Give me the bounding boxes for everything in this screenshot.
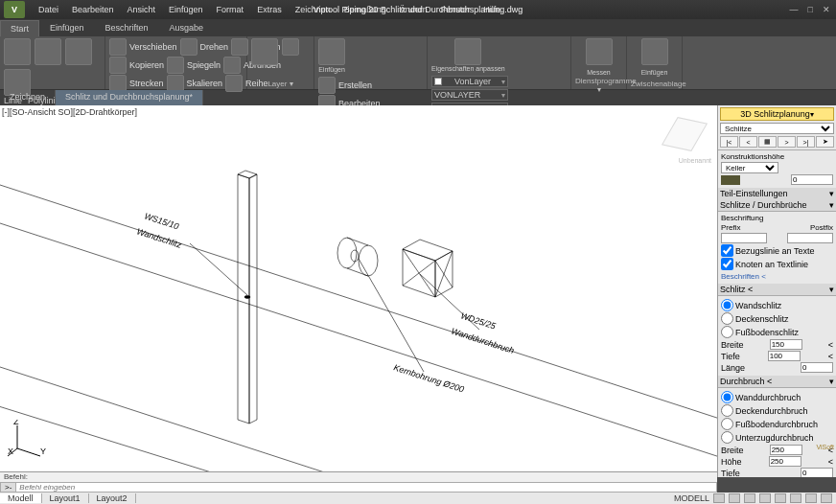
layer-prop-icon[interactable] [282,38,299,56]
mirror-icon[interactable] [167,57,184,74]
ribbon-group-layer: Layer ▾ [247,36,314,89]
menu-bearbeiten[interactable]: Bearbeiten [66,3,120,16]
menu-ansicht[interactable]: Ansicht [122,3,162,16]
d-hoehe-input[interactable] [769,456,801,467]
kopieren-label: Kopieren [129,60,164,70]
insert-block-icon[interactable] [318,38,345,65]
viewport[interactable]: [-][SO-Ansicht SO][2D-Drahtkörper] [0,105,717,477]
status-model[interactable]: MODELL [674,493,709,503]
status-btn-2[interactable] [729,493,740,503]
floor-select[interactable]: Keller [721,162,778,173]
nav-first-button[interactable]: |< [720,136,738,148]
app-logo: V [4,1,25,18]
status-btn-6[interactable] [790,493,801,503]
maximize-icon[interactable]: □ [808,5,813,14]
svg-line-0 [0,211,717,460]
layout-tab-2[interactable]: Layout2 [89,493,136,503]
menu-einfuegen[interactable]: Einfügen [163,3,209,16]
nav-next-button[interactable]: > [778,136,796,148]
chk-bezugslinie[interactable] [721,244,733,257]
radio-unterzugdurchbruch[interactable] [721,431,733,444]
tab-einfuegen[interactable]: Einfügen [39,19,95,36]
tab-beschriften[interactable]: Beschriften [95,19,159,36]
status-btn-1[interactable] [713,493,725,503]
status-btn-5[interactable] [775,493,786,503]
command-input[interactable] [16,482,717,493]
postfix-input[interactable] [787,233,833,243]
layer-color-combo[interactable]: VonLayer [431,76,508,87]
paste-icon[interactable] [641,38,668,65]
panel-header[interactable]: 3D Schlitzplanung ▾ [720,107,834,121]
tab-start[interactable]: Start [0,20,39,36]
polyline-icon[interactable] [35,38,61,65]
move-icon[interactable] [109,38,127,56]
array-icon[interactable] [225,75,243,92]
doc-tab-schlitz[interactable]: Schlitz und Durchbruchsplanung* [56,90,203,105]
radio-deckendurchbruch[interactable] [721,404,733,417]
layer-icon[interactable] [251,38,278,65]
circle-icon[interactable] [65,38,92,65]
chk-knoten[interactable] [721,258,733,270]
chk1-label: Bezugslinie an Texte [735,246,814,256]
doc-tab-zeichnen[interactable]: Zeichnen [0,90,56,105]
svg-point-4 [244,296,250,299]
d-hoehe-label: Höhe [721,457,742,467]
viewport-tag[interactable]: [-][SO-Ansicht SO][2D-Drahtkörper] [2,107,137,117]
fussbodendurchbruch-label: Fußbodendurchbruch [735,420,818,429]
radio-fussbodenschlitz[interactable] [721,326,733,338]
tab-ausgabe[interactable]: Ausgabe [159,19,215,36]
deckenschlitz-label: Deckenschlitz [735,314,789,324]
status-btn-4[interactable] [759,493,771,503]
deckendurchbruch-label: Deckendurchbruch [735,406,808,416]
messen-label: Messen [587,69,611,76]
nav-last-button[interactable]: >| [797,136,815,148]
radio-wandschlitz[interactable] [721,299,733,311]
status-btn-8[interactable] [821,493,832,503]
menu-format[interactable]: Format [211,3,250,16]
layout-tab-1[interactable]: Layout1 [42,493,89,503]
svg-line-11 [403,261,435,286]
measure-icon[interactable] [586,38,613,65]
menu-datei[interactable]: Datei [33,3,64,16]
wanddurchbruch-label: Wanddurchbruch [735,393,801,402]
view-cube[interactable] [665,115,704,153]
trim-icon[interactable] [231,38,248,56]
prefix-input[interactable] [721,233,767,243]
beschriften-link[interactable]: Beschriften < [721,271,833,282]
nav-arrow-button[interactable]: ➤ [816,136,834,148]
radio-wanddurchbruch[interactable] [721,391,733,403]
create-block-icon[interactable] [318,77,336,94]
s-laenge-input[interactable] [801,362,833,373]
group-label-zwisch: Zwischenablage [631,79,678,89]
window-title: Viptool Piping 20 Schlitz und Durchbruch… [314,5,522,14]
properties-icon[interactable] [454,38,481,65]
status-btn-7[interactable] [805,493,817,503]
command-history: Befehl: [0,472,717,482]
s-tiefe-input[interactable] [768,351,801,361]
status-btn-3[interactable] [744,493,755,503]
teil-section-header[interactable]: Teil-Einstellungen▾ [718,188,836,199]
nav-index-button[interactable]: ▦ [758,136,777,148]
minimize-icon[interactable]: — [790,5,799,14]
durchbruch-header[interactable]: Durchbruch <▾ [718,376,836,387]
nav-prev-button[interactable]: < [739,136,757,148]
line-icon[interactable] [4,38,31,65]
einfuegen2-label: Einfügen [641,69,668,76]
type-select[interactable]: Schlitze [720,123,834,134]
d-tiefe-input[interactable] [801,468,833,477]
schlitz-header[interactable]: Schlitz <▾ [718,284,836,295]
close-icon[interactable]: ✕ [823,5,830,14]
menu-extras[interactable]: Extras [251,3,288,16]
sd-section-header[interactable]: Schlitze / Durchbrüche▾ [718,199,836,211]
linetype-combo[interactable]: VONLAYER [431,89,508,101]
radio-deckenschlitz[interactable] [721,312,733,325]
copy-icon[interactable] [109,57,127,74]
erstellen-label: Erstellen [338,80,372,90]
s-breite-input[interactable] [770,339,802,350]
floor-value-input[interactable] [791,174,833,185]
layout-tab-modell[interactable]: Modell [0,493,42,503]
fillet-icon[interactable] [223,57,241,74]
radio-fussbodendurchbruch[interactable] [721,418,733,430]
d-breite-input[interactable] [770,445,802,455]
rotate-icon[interactable] [180,38,197,56]
